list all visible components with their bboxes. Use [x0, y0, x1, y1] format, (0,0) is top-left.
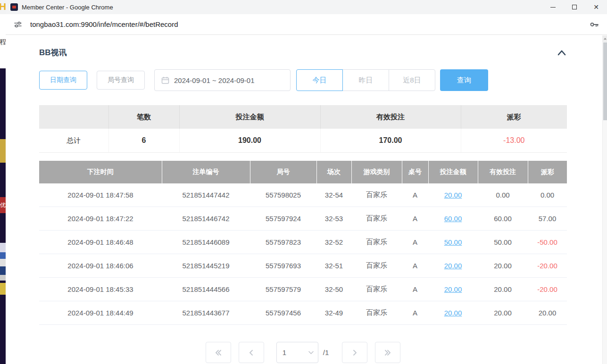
table-cell: 521851443677: [162, 301, 250, 325]
site-favicon-icon: [10, 3, 18, 11]
close-button[interactable]: ✕: [585, 0, 607, 14]
background-color-block: [0, 252, 6, 259]
table-cell: 20.00: [478, 278, 528, 301]
table-cell: 2024-09-01 18:46:06: [39, 254, 162, 278]
summary-header-cell: 有效投注: [320, 105, 461, 129]
bet-table-header-cell: 注单编号: [162, 161, 250, 183]
chevron-left-icon: [247, 348, 256, 357]
next-page-button[interactable]: [342, 342, 367, 363]
scroll-up-button[interactable]: [603, 35, 607, 42]
table-cell: 60.00: [478, 207, 528, 231]
table-cell: 521851447442: [162, 183, 250, 207]
previous-page-button[interactable]: [239, 342, 264, 363]
bet-table-header-cell: 桌号: [402, 161, 428, 183]
table-cell: 20.00: [428, 278, 478, 301]
summary-header-cell: 投注金额: [179, 105, 320, 129]
window-controls: ✕: [542, 0, 607, 14]
table-cell: 521851445219: [162, 254, 250, 278]
page-number-select[interactable]: 1: [276, 342, 318, 363]
table-cell: A: [402, 254, 428, 278]
background-text-fragment: 程: [0, 38, 6, 47]
table-row: 2024-09-01 18:47:58521851447442557598025…: [39, 183, 567, 207]
date-range-value: 2024-09-01 ~ 2024-09-01: [174, 76, 255, 84]
table-cell: 60.00: [428, 207, 478, 231]
url-bar[interactable]: tongbao31.com:9900/infe/mcenter/#/betRec…: [6, 14, 607, 35]
page-select-wrap: 1: [276, 342, 318, 363]
scrollbar-thumb[interactable]: [603, 42, 607, 120]
first-page-button[interactable]: [206, 342, 231, 363]
table-cell: 百家乐: [351, 278, 402, 301]
close-icon: ✕: [593, 4, 599, 10]
table-cell: 百家乐: [351, 183, 402, 207]
section-title: BB视讯: [39, 47, 67, 58]
bet-table-header-cell: 场次: [316, 161, 351, 183]
password-key-icon[interactable]: [589, 19, 599, 30]
maximize-button[interactable]: [564, 0, 585, 14]
double-chevron-right-icon: [383, 348, 392, 357]
minimize-icon: [550, 7, 556, 8]
bet-amount-link[interactable]: 20.00: [444, 309, 462, 317]
collapse-chevron-up-icon[interactable]: [557, 49, 567, 57]
table-cell: 20.00: [478, 301, 528, 325]
summary-value-cell: 190.00: [179, 129, 320, 153]
table-cell: -20.00: [528, 254, 567, 278]
summary-header-cell: [39, 105, 108, 129]
table-cell: 557598025: [250, 183, 316, 207]
table-cell: 2024-09-01 18:45:33: [39, 278, 162, 301]
table-cell: 2024-09-01 18:47:58: [39, 183, 162, 207]
table-cell: A: [402, 301, 428, 325]
table-cell: 20.00: [428, 301, 478, 325]
table-cell: 20.00: [478, 254, 528, 278]
table-cell: A: [402, 278, 428, 301]
table-cell: 557597823: [250, 231, 316, 254]
date-query-tab[interactable]: 日期查询: [39, 71, 87, 90]
bet-table-header-cell: 游戏类别: [351, 161, 402, 183]
url-text[interactable]: tongbao31.com:9900/infe/mcenter/#/betRec…: [30, 20, 178, 28]
table-cell: 0.00: [478, 183, 528, 207]
round-query-tab[interactable]: 局号查询: [97, 71, 145, 90]
table-cell: 2024-09-01 18:46:48: [39, 231, 162, 254]
table-cell: A: [402, 183, 428, 207]
table-cell: 2024-09-01 18:44:49: [39, 301, 162, 325]
today-button[interactable]: 今日: [296, 69, 343, 91]
last-8-days-button[interactable]: 近8日: [389, 69, 435, 91]
bet-table-header-row: 下注时间注单编号局号场次游戏类别桌号投注金额有效投注派彩: [39, 161, 567, 183]
table-cell: 557597693: [250, 254, 316, 278]
background-text-fragment: H: [0, 1, 6, 12]
minimize-button[interactable]: [542, 0, 564, 14]
table-cell: 20.00: [528, 301, 567, 325]
table-row: 2024-09-01 18:46:48521851446089557597823…: [39, 231, 567, 254]
table-cell: 32-51: [316, 254, 351, 278]
bet-table-header-cell: 局号: [250, 161, 316, 183]
date-range-input[interactable]: 2024-09-01 ~ 2024-09-01: [154, 69, 291, 91]
filter-row: 日期查询 局号查询 2024-09-01 ~ 2024-09-01 今日 昨日 …: [39, 69, 567, 91]
bet-amount-link[interactable]: 60.00: [444, 215, 462, 223]
search-button[interactable]: 查询: [440, 69, 488, 91]
bet-table-header-cell: 下注时间: [39, 161, 162, 183]
quick-range-group: 今日 昨日 近8日: [296, 69, 435, 91]
maximize-icon: [572, 5, 577, 9]
background-color-block: [0, 259, 6, 266]
site-settings-icon[interactable]: [13, 20, 23, 29]
bet-amount-link[interactable]: 20.00: [444, 191, 462, 199]
table-cell: A: [402, 231, 428, 254]
table-cell: 32-50: [316, 278, 351, 301]
table-row: 2024-09-01 18:46:06521851445219557597693…: [39, 254, 567, 278]
screen: H 程 优 Member Center - Google Chrome ✕: [0, 0, 607, 364]
background-color-block: [0, 266, 6, 275]
bet-amount-link[interactable]: 50.00: [444, 238, 462, 246]
table-cell: 50.00: [428, 231, 478, 254]
summary-table: 笔数投注金额有效投注派彩 总计6190.00170.00-13.00: [39, 105, 567, 153]
summary-value-cell: 总计: [39, 129, 108, 153]
table-row: 2024-09-01 18:44:49521851443677557597456…: [39, 301, 567, 325]
table-cell: 521851446742: [162, 207, 250, 231]
summary-value-cell: -13.00: [461, 129, 567, 153]
table-cell: 521851444566: [162, 278, 250, 301]
bet-amount-link[interactable]: 20.00: [444, 262, 462, 270]
yesterday-button[interactable]: 昨日: [342, 69, 389, 91]
browser-window: Member Center - Google Chrome ✕ tongbao3…: [6, 0, 607, 364]
last-page-button[interactable]: [375, 342, 400, 363]
page-scrollbar[interactable]: [602, 35, 607, 364]
table-cell: 32-54: [316, 183, 351, 207]
bet-amount-link[interactable]: 20.00: [444, 285, 462, 293]
